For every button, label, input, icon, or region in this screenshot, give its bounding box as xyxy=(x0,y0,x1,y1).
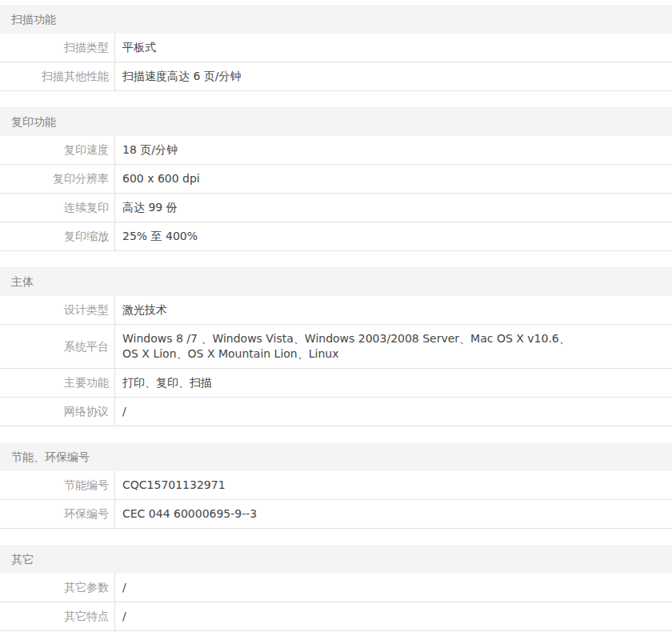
row-label: 扫描类型 xyxy=(0,34,114,62)
spec-row: 主要功能 打印、复印、扫描 xyxy=(0,369,672,398)
section-header: 主体 xyxy=(0,267,672,296)
section-header: 扫描功能 xyxy=(0,5,672,34)
row-value: 打印、复印、扫描 xyxy=(114,369,672,397)
section-title: 节能、环保编号 xyxy=(11,450,90,463)
row-label: 网络协议 xyxy=(0,398,114,426)
spec-row: 连续复印 高达 99 份 xyxy=(0,194,672,222)
section-header: 其它 xyxy=(0,545,672,574)
section-rows: 复印速度 18 页/分钟 复印分辨率 600 x 600 dpi 连续复印 高达… xyxy=(0,136,672,251)
row-value: 18 页/分钟 xyxy=(114,136,672,164)
spec-row: 扫描其他性能 扫描速度高达 6 页/分钟 xyxy=(0,62,672,91)
spec-row: 系统平台 Windows 8 /7 、Windows Vista、Windows… xyxy=(0,325,672,369)
section-header: 节能、环保编号 xyxy=(0,442,672,471)
section-title: 其它 xyxy=(11,553,34,566)
row-label: 系统平台 xyxy=(0,325,114,368)
row-label: 设计类型 xyxy=(0,296,114,324)
row-value: 高达 99 份 xyxy=(114,194,672,222)
section-title: 主体 xyxy=(11,275,34,288)
spec-row: 其它特点 / xyxy=(0,602,672,631)
spec-row: 环保编号 CEC 044 60000695-9--3 xyxy=(0,500,672,529)
row-label: 连续复印 xyxy=(0,194,114,222)
row-value: / xyxy=(114,602,672,630)
row-value: / xyxy=(114,398,672,426)
row-value: 扫描速度高达 6 页/分钟 xyxy=(114,62,672,90)
row-label: 复印分辨率 xyxy=(0,165,114,193)
spec-row: 其它参数 / xyxy=(0,574,672,602)
spec-row: 复印分辨率 600 x 600 dpi xyxy=(0,165,672,194)
row-value: 平板式 xyxy=(114,34,672,62)
spec-section: 其它 其它参数 / 其它特点 / xyxy=(0,545,672,631)
row-label: 节能编号 xyxy=(0,471,114,499)
row-value: CQC15701132971 xyxy=(114,471,672,499)
section-rows: 设计类型 激光技术 系统平台 Windows 8 /7 、Windows Vis… xyxy=(0,296,672,426)
row-label: 扫描其他性能 xyxy=(0,62,114,90)
spec-row: 节能编号 CQC15701132971 xyxy=(0,471,672,500)
spec-section: 节能、环保编号 节能编号 CQC15701132971 环保编号 CEC 044… xyxy=(0,442,672,529)
spec-row: 复印速度 18 页/分钟 xyxy=(0,136,672,165)
row-label: 复印缩放 xyxy=(0,222,114,250)
row-value: Windows 8 /7 、Windows Vista、Windows 2003… xyxy=(114,325,672,368)
spec-row: 扫描类型 平板式 xyxy=(0,34,672,62)
spec-row: 设计类型 激光技术 xyxy=(0,296,672,325)
row-value: 600 x 600 dpi xyxy=(114,165,672,193)
spec-section: 主体 设计类型 激光技术 系统平台 Windows 8 /7 、Windows … xyxy=(0,267,672,426)
spec-section: 复印功能 复印速度 18 页/分钟 复印分辨率 600 x 600 dpi 连续… xyxy=(0,107,672,251)
row-label: 其它参数 xyxy=(0,574,114,602)
spec-row: 网络协议 / xyxy=(0,398,672,426)
section-header: 复印功能 xyxy=(0,107,672,136)
spec-section: 扫描功能 扫描类型 平板式 扫描其他性能 扫描速度高达 6 页/分钟 xyxy=(0,5,672,91)
section-title: 复印功能 xyxy=(11,115,56,128)
row-value: CEC 044 60000695-9--3 xyxy=(114,500,672,528)
row-label: 其它特点 xyxy=(0,602,114,630)
section-rows: 扫描类型 平板式 扫描其他性能 扫描速度高达 6 页/分钟 xyxy=(0,34,672,91)
row-value: 激光技术 xyxy=(114,296,672,324)
spec-row: 复印缩放 25% 至 400% xyxy=(0,222,672,251)
spec-table: 扫描功能 扫描类型 平板式 扫描其他性能 扫描速度高达 6 页/分钟 复印功能 … xyxy=(0,0,672,631)
row-value: 25% 至 400% xyxy=(114,222,672,250)
section-rows: 节能编号 CQC15701132971 环保编号 CEC 044 6000069… xyxy=(0,471,672,529)
row-value: / xyxy=(114,574,672,602)
section-title: 扫描功能 xyxy=(11,13,56,26)
row-label: 主要功能 xyxy=(0,369,114,397)
section-rows: 其它参数 / 其它特点 / xyxy=(0,574,672,631)
row-label: 复印速度 xyxy=(0,136,114,164)
row-label: 环保编号 xyxy=(0,500,114,528)
